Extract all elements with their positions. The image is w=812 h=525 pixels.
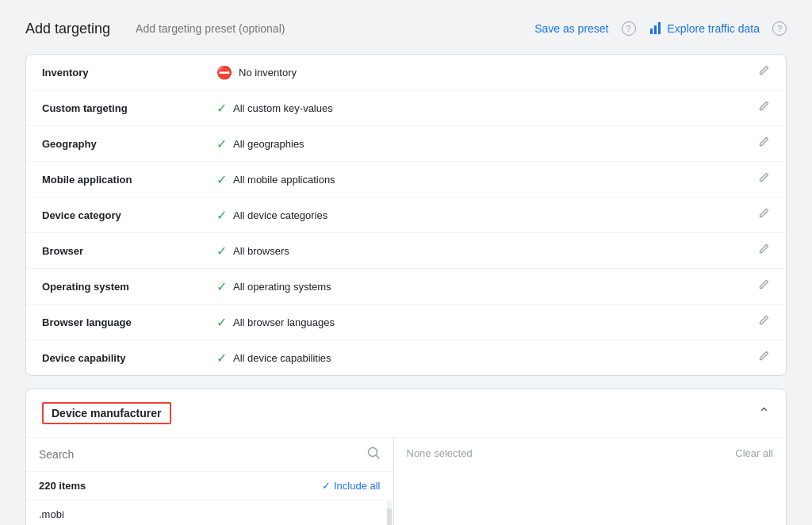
table-row: Device capability ✓ All device capabilit…	[26, 340, 786, 376]
row-label: Geography	[26, 126, 201, 162]
targeting-table-card: Inventory ⛔ No inventory Custom targetin…	[25, 54, 787, 376]
row-edit-cell	[741, 340, 786, 376]
row-value-cell: ✓ All custom key-values	[201, 90, 741, 126]
row-label: Browser	[26, 233, 201, 269]
check-icon: ✓	[216, 101, 227, 116]
table-row: Browser language ✓ All browser languages	[26, 305, 786, 340]
row-value: All browsers	[233, 245, 289, 257]
collapse-icon[interactable]: ⌃	[758, 404, 770, 422]
check-icon: ✓	[216, 351, 227, 366]
row-value-cell: ✓ All device categories	[201, 197, 741, 233]
check-icon: ✓	[216, 172, 227, 187]
table-row: Inventory ⛔ No inventory	[26, 55, 786, 90]
device-manufacturer-section: Device manufacturer ⌃ 220 items	[25, 389, 787, 525]
row-value-cell: ✓ All mobile applications	[201, 162, 741, 197]
row-value: All custom key-values	[233, 102, 333, 114]
scrollbar-thumb[interactable]	[387, 508, 392, 525]
row-label: Device capability	[26, 340, 201, 376]
edit-icon[interactable]	[757, 102, 770, 115]
edit-icon[interactable]	[757, 280, 770, 293]
row-edit-cell	[741, 305, 786, 340]
row-value-cell: ⛔ No inventory	[201, 55, 741, 90]
row-value-cell: ✓ All device capabilities	[201, 340, 741, 376]
row-edit-cell	[741, 197, 786, 233]
row-label: Browser language	[26, 305, 201, 340]
dm-list-header: 220 items ✓ Include all	[26, 472, 393, 500]
svg-rect-2	[658, 22, 661, 34]
row-value: All device categories	[233, 209, 327, 221]
explore-traffic-button[interactable]: Explore traffic data	[649, 21, 760, 36]
include-all-check-icon: ✓	[322, 480, 331, 492]
row-edit-cell	[741, 126, 786, 162]
edit-icon[interactable]	[757, 316, 770, 329]
edit-icon[interactable]	[757, 351, 770, 365]
save-preset-help-icon[interactable]: ?	[622, 21, 636, 36]
list-area: .mobiAccess	[26, 500, 393, 525]
search-input[interactable]	[39, 448, 360, 461]
list-item[interactable]: .mobi	[26, 500, 393, 525]
clear-all-button[interactable]: Clear all	[735, 447, 773, 459]
edit-icon[interactable]	[757, 209, 770, 222]
dm-header: Device manufacturer ⌃	[26, 389, 786, 438]
row-edit-cell	[741, 233, 786, 269]
include-all-label: Include all	[334, 480, 381, 492]
row-edit-cell	[741, 55, 786, 90]
row-value-cell: ✓ All geographies	[201, 126, 741, 162]
row-value: All geographies	[233, 138, 304, 150]
row-label: Mobile application	[26, 162, 201, 197]
search-bar	[26, 438, 393, 472]
include-all-button[interactable]: ✓ Include all	[322, 480, 381, 492]
table-row: Mobile application ✓ All mobile applicat…	[26, 162, 786, 197]
svg-line-4	[376, 456, 379, 459]
preset-input[interactable]	[129, 19, 515, 38]
row-label: Inventory	[26, 55, 201, 90]
row-value: All operating systems	[233, 281, 331, 293]
row-value-cell: ✓ All operating systems	[201, 269, 741, 305]
row-edit-cell	[741, 269, 786, 305]
table-row: Operating system ✓ All operating systems	[26, 269, 786, 305]
dm-left-panel: 220 items ✓ Include all .mobiAccess	[26, 438, 394, 525]
row-label: Operating system	[26, 269, 201, 305]
row-value-cell: ✓ All browser languages	[201, 305, 741, 340]
page-title: Add targeting	[25, 21, 110, 37]
svg-rect-0	[650, 29, 653, 34]
block-icon: ⛔	[216, 65, 232, 80]
search-icon[interactable]	[366, 446, 381, 463]
dm-content: 220 items ✓ Include all .mobiAccess	[26, 438, 786, 525]
items-count: 220 items	[39, 480, 86, 492]
explore-help-icon[interactable]: ?	[772, 21, 787, 36]
edit-icon[interactable]	[757, 244, 770, 258]
table-row: Geography ✓ All geographies	[26, 126, 786, 162]
explore-traffic-label: Explore traffic data	[668, 22, 760, 35]
check-icon: ✓	[216, 279, 227, 294]
row-value: All mobile applications	[233, 174, 335, 186]
row-edit-cell	[741, 162, 786, 197]
dm-title: Device manufacturer	[42, 402, 171, 424]
row-value-cell: ✓ All browsers	[201, 233, 741, 269]
row-label: Custom targeting	[26, 90, 201, 126]
row-edit-cell	[741, 90, 786, 126]
row-label: Device category	[26, 197, 201, 233]
none-selected-label: None selected	[407, 447, 473, 459]
row-value: All device capabilities	[233, 352, 331, 364]
edit-icon[interactable]	[757, 173, 770, 186]
check-icon: ✓	[216, 243, 227, 259]
row-value: No inventory	[239, 67, 297, 79]
edit-icon[interactable]	[757, 66, 770, 79]
svg-point-3	[368, 448, 377, 457]
row-value: All browser languages	[233, 316, 335, 328]
check-icon: ✓	[216, 136, 227, 151]
bar-chart-icon	[649, 21, 663, 36]
check-icon: ✓	[216, 208, 227, 223]
dm-right-panel: None selected Clear all	[394, 438, 787, 525]
targeting-table: Inventory ⛔ No inventory Custom targetin…	[26, 55, 786, 375]
edit-icon[interactable]	[757, 137, 770, 151]
check-icon: ✓	[216, 315, 227, 330]
table-row: Custom targeting ✓ All custom key-values	[26, 90, 786, 126]
table-row: Device category ✓ All device categories	[26, 197, 786, 233]
table-row: Browser ✓ All browsers	[26, 233, 786, 269]
save-preset-button[interactable]: Save as preset	[534, 22, 608, 35]
dm-right-header: None selected Clear all	[407, 447, 774, 459]
svg-rect-1	[654, 25, 657, 34]
